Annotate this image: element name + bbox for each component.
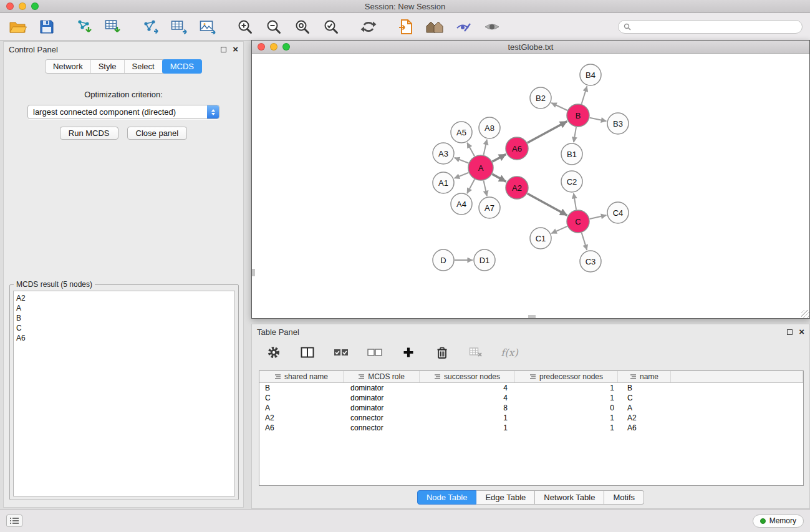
result-item[interactable]: A2 (16, 293, 232, 303)
select-all-columns-button[interactable] (330, 342, 352, 362)
network-overview-button[interactable] (424, 17, 445, 37)
result-item[interactable]: A6 (16, 333, 232, 343)
delete-column-button[interactable] (432, 342, 453, 362)
zoom-selected-button[interactable] (321, 17, 342, 37)
edge-C-C2[interactable] (574, 193, 576, 210)
node-C3[interactable]: C3 (580, 251, 601, 272)
table-row[interactable]: Bdominator41B (259, 383, 803, 393)
close-panel-icon[interactable]: × (233, 46, 238, 52)
node-B3[interactable]: B3 (607, 113, 629, 134)
node-C[interactable]: C (567, 210, 589, 233)
node-B4[interactable]: B4 (580, 64, 601, 85)
edge-A-A8[interactable] (484, 140, 487, 155)
column-header-shared-name[interactable]: shared name (259, 371, 344, 382)
node-D[interactable]: D (433, 249, 454, 271)
edge-B-B3[interactable] (590, 118, 607, 121)
export-network-button[interactable] (140, 17, 161, 37)
column-header-name[interactable]: name (618, 371, 671, 382)
show-graphics-details-button[interactable] (453, 17, 474, 37)
node-A3[interactable]: A3 (433, 143, 454, 164)
tab-style[interactable]: Style (91, 60, 125, 73)
edge-C-C3[interactable] (582, 233, 587, 250)
node-A8[interactable]: A8 (479, 117, 500, 138)
delete-table-button[interactable] (465, 342, 486, 362)
zoom-in-button[interactable] (234, 17, 256, 37)
hide-graphics-details-button[interactable] (481, 17, 503, 37)
close-network-window-button[interactable] (258, 43, 265, 51)
edge-A6-B[interactable] (528, 122, 567, 143)
edge-A-A5[interactable] (467, 143, 475, 157)
tab-network[interactable]: Network (46, 60, 91, 73)
tab-edge-table[interactable]: Edge Table (476, 490, 535, 505)
tab-mcds[interactable]: MCDS (162, 59, 202, 74)
result-item[interactable]: A (16, 303, 232, 313)
result-item[interactable]: B (16, 313, 232, 323)
import-network-button[interactable] (74, 17, 95, 37)
deselect-all-columns-button[interactable] (364, 342, 385, 362)
export-image-button[interactable] (197, 17, 218, 37)
edge-A-A3[interactable] (455, 158, 469, 163)
column-header-successor-nodes[interactable]: successor nodes (420, 371, 515, 382)
edge-C-C1[interactable] (551, 226, 567, 233)
memory-button[interactable]: Memory (753, 515, 804, 528)
edge-C-C4[interactable] (590, 215, 607, 219)
result-item[interactable]: C (16, 323, 232, 333)
node-B[interactable]: B (567, 104, 589, 127)
node-B2[interactable]: B2 (530, 87, 551, 109)
export-table-button[interactable] (168, 17, 190, 37)
node-A1[interactable]: A1 (433, 172, 454, 193)
node-C1[interactable]: C1 (530, 228, 551, 249)
edge-A-A6[interactable] (493, 154, 506, 162)
optimization-criterion-dropdown[interactable]: largest connected component (directed) (27, 105, 219, 119)
save-session-button[interactable] (36, 17, 57, 37)
close-panel-button[interactable]: Close panel (127, 127, 188, 140)
edge-B-B4[interactable] (582, 86, 587, 104)
node-A4[interactable]: A4 (451, 193, 472, 215)
column-header-predecessor-nodes[interactable]: predecessor nodes (515, 371, 618, 382)
table-row[interactable]: Cdominator41C (259, 393, 803, 403)
zoom-fit-button[interactable] (292, 17, 313, 37)
tab-select[interactable]: Select (125, 60, 163, 73)
zoom-out-button[interactable] (263, 17, 284, 37)
table-row[interactable]: Adominator80A (259, 403, 803, 413)
mcds-result-list[interactable]: A2ABCA6 (13, 291, 235, 496)
import-table-button[interactable] (102, 17, 123, 37)
edge-A-A7[interactable] (484, 181, 487, 196)
edge-A-A4[interactable] (467, 180, 475, 194)
table-row[interactable]: A2connector11A2 (259, 413, 803, 423)
edge-A-A2[interactable] (492, 174, 506, 181)
minimize-network-window-button[interactable] (270, 43, 277, 51)
show-columns-button[interactable] (297, 342, 318, 362)
run-mcds-button[interactable]: Run MCDS (60, 127, 118, 140)
node-C4[interactable]: C4 (607, 202, 629, 223)
edge-B-B2[interactable] (551, 103, 567, 110)
node-B1[interactable]: B1 (561, 143, 582, 165)
zoom-network-window-button[interactable] (282, 43, 290, 51)
float-panel-icon[interactable] (221, 47, 226, 52)
node-A7[interactable]: A7 (479, 197, 500, 218)
column-header-mcds-role[interactable]: MCDS role (344, 371, 420, 382)
node-D1[interactable]: D1 (474, 249, 495, 271)
node-A6[interactable]: A6 (506, 137, 528, 160)
minimize-window-button[interactable] (19, 2, 26, 10)
refresh-view-button[interactable] (358, 17, 379, 37)
node-A5[interactable]: A5 (451, 122, 472, 143)
open-document-button[interactable] (395, 17, 417, 37)
node-A2[interactable]: A2 (506, 177, 528, 199)
tab-node-table[interactable]: Node Table (417, 490, 477, 505)
task-history-button[interactable] (6, 515, 22, 527)
float-table-panel-icon[interactable] (787, 329, 793, 335)
tab-network-table[interactable]: Network Table (535, 490, 604, 505)
open-session-button[interactable] (7, 17, 29, 37)
table-row[interactable]: A6connector11A6 (259, 423, 803, 433)
window-resize-grip[interactable] (801, 310, 809, 318)
close-table-panel-icon[interactable]: × (799, 329, 804, 335)
edge-A2-C[interactable] (528, 193, 567, 215)
zoom-window-button[interactable] (31, 2, 39, 10)
node-C2[interactable]: C2 (561, 171, 582, 192)
network-canvas[interactable]: B4B2BB3A5A8A6A3B1AA1C2A2A4A7C4CC1C3DD1 (252, 54, 809, 318)
search-input[interactable] (634, 22, 797, 31)
tab-motifs[interactable]: Motifs (604, 490, 644, 505)
node-A[interactable]: A (468, 155, 493, 180)
close-window-button[interactable] (6, 2, 14, 10)
